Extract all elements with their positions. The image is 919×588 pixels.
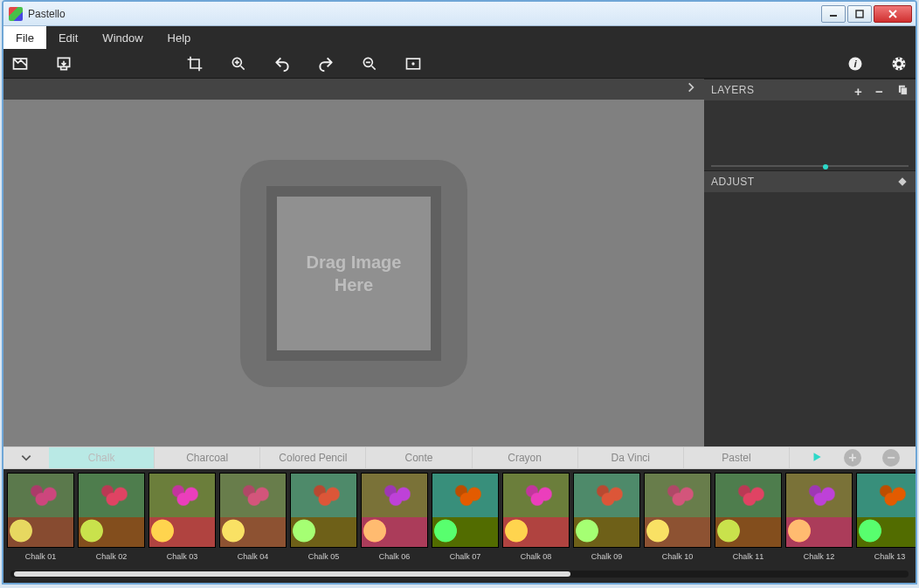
preset-label: Chalk 06 [379,548,411,565]
layers-title: LAYERS [711,84,854,96]
drop-target[interactable]: Drag Image Here [240,160,467,387]
add-layer-button[interactable]: + [854,84,867,96]
preset-label: Chalk 05 [308,548,340,565]
preset-label: Chalk 09 [591,548,623,565]
style-tab-actions: + − [790,447,916,468]
collapse-panel-icon[interactable] [685,81,697,97]
preset-thumbnail [290,473,357,548]
svg-rect-11 [901,87,907,94]
preset-item[interactable]: Chalk 01 [7,473,74,571]
layers-body [704,100,916,170]
style-tab-colored-pencil[interactable]: Colored Pencil [260,447,366,468]
style-tab-charcoal[interactable]: Charcoal [155,447,260,468]
preset-item[interactable]: Chalk 12 [785,473,853,571]
preset-item[interactable]: Chalk 09 [573,473,640,571]
preset-item[interactable]: Chalk 02 [78,473,145,571]
preset-thumbnail [7,473,74,548]
toolbar: i [3,49,916,79]
svg-rect-0 [830,15,837,17]
preset-item[interactable]: Chalk 07 [432,473,499,571]
preset-thumbnail [361,473,428,548]
layers-header: LAYERS + − [704,80,916,100]
style-dropdown-button[interactable] [3,447,49,468]
opacity-slider-track[interactable] [711,165,909,167]
preset-thumbnail [644,473,711,548]
preset-label: Chalk 03 [167,548,198,565]
preset-item[interactable]: Chalk 13 [856,473,916,571]
style-tab-pastel[interactable]: Pastel [684,447,790,468]
adjust-panel: ADJUST [704,170,916,446]
preset-thumbnail [432,473,499,548]
preset-thumbnail [573,473,640,548]
preset-label: Chalk 07 [450,548,481,565]
style-tab-davinci[interactable]: Da Vinci [578,447,684,468]
main-area: Drag Image Here LAYERS + − [3,79,916,446]
remove-layer-button[interactable]: − [875,84,888,96]
preset-item[interactable]: Chalk 05 [290,473,357,571]
svg-point-9 [897,61,902,66]
crop-button[interactable] [185,54,204,73]
preset-item[interactable]: Chalk 11 [715,473,782,571]
canvas-column: Drag Image Here [3,79,704,446]
preset-label: Chalk 02 [96,548,128,565]
svg-point-5 [411,62,414,65]
undo-button[interactable] [273,54,292,73]
menu-file[interactable]: File [3,26,46,49]
minimize-button[interactable] [821,5,846,23]
side-panel: LAYERS + − ADJUST [704,79,916,446]
adjust-header: ADJUST [704,171,916,192]
zoom-in-button[interactable] [229,54,248,73]
duplicate-layer-button[interactable] [896,84,909,96]
menu-help[interactable]: Help [155,26,204,49]
titlebar: Pastello [3,2,916,26]
maximize-button[interactable] [847,5,872,23]
preset-label: Chalk 12 [804,548,835,565]
preset-item[interactable]: Chalk 04 [219,473,287,571]
preset-label: Chalk 10 [662,548,694,565]
preset-scroll-thumb[interactable] [14,571,570,577]
close-button[interactable] [874,5,912,23]
menu-window[interactable]: Window [90,26,155,49]
redo-button[interactable] [316,54,335,73]
add-preset-button[interactable]: + [844,449,861,467]
menu-edit[interactable]: Edit [46,26,90,49]
window-title: Pastello [28,8,821,20]
preset-item[interactable]: Chalk 10 [644,473,711,571]
menubar: File Edit Window Help [3,26,916,49]
adjust-body [704,192,916,446]
presets-strip: Chalk 01Chalk 02Chalk 03Chalk 04Chalk 05… [3,469,916,583]
remove-preset-button[interactable]: − [882,449,900,467]
adjust-options-button[interactable] [896,176,909,188]
preset-thumbnail [502,473,570,548]
play-button[interactable] [811,451,823,466]
preset-scrollbar [3,571,916,583]
fit-screen-button[interactable] [404,54,423,73]
opacity-slider-handle[interactable] [823,164,828,169]
style-tab-crayon[interactable]: Crayon [473,447,578,468]
drop-inner: Drag Image Here [266,186,441,361]
preset-thumbnail [856,473,916,548]
preset-thumbnail [219,473,287,548]
window-controls [821,5,912,23]
app-icon [9,7,23,21]
info-button[interactable]: i [846,54,865,73]
preset-scroll-track[interactable] [10,571,909,578]
zoom-out-button[interactable] [360,54,379,73]
settings-button[interactable] [889,54,909,73]
drop-text-2: Here [307,273,402,296]
drop-text-1: Drag Image [307,251,402,273]
adjust-title: ADJUST [711,176,896,188]
style-tab-conte[interactable]: Conte [366,447,472,468]
open-image-button[interactable] [10,54,30,73]
canvas-header [3,79,704,100]
style-tabs: Chalk Charcoal Colored Pencil Conte Cray… [3,446,916,469]
preset-thumbnail [78,473,145,548]
save-image-button[interactable] [54,54,73,73]
canvas[interactable]: Drag Image Here [3,100,704,446]
preset-row: Chalk 01Chalk 02Chalk 03Chalk 04Chalk 05… [3,469,916,571]
preset-item[interactable]: Chalk 08 [502,473,570,571]
style-tab-chalk[interactable]: Chalk [49,447,155,468]
preset-item[interactable]: Chalk 06 [361,473,428,571]
app-window: Pastello File Edit Window Help i [2,0,917,585]
preset-item[interactable]: Chalk 03 [149,473,216,571]
